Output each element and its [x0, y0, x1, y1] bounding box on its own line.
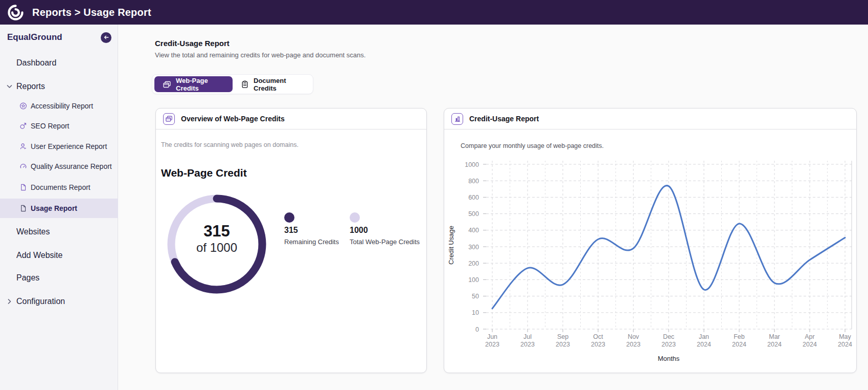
x-tick-label-year: 2024 — [838, 341, 852, 348]
credit-usage-line-chart: 010501002003004005006008001000Jun2023Jul… — [444, 129, 857, 374]
app-logo-icon — [7, 4, 24, 21]
x-tick-label-year: 2023 — [520, 341, 535, 348]
credits-donut-chart: 315 of 1000 — [166, 193, 268, 295]
credits-tab-group: Web-Page Credits Document Credits — [152, 74, 313, 94]
clipboard-icon — [241, 80, 249, 89]
legend-remaining-credits: 315 Remaining Credits — [284, 212, 339, 246]
y-tick-label: 1000 — [465, 161, 479, 168]
y-tick-label: 100 — [468, 276, 479, 284]
brand-name: EqualGround — [7, 32, 62, 42]
app-window: Reports > Usage Report EqualGround Dashb… — [0, 0, 868, 390]
overview-card-title: Overview of Web-Page Credits — [181, 115, 285, 123]
y-tick-label: 800 — [468, 178, 479, 185]
topbar: Reports > Usage Report — [0, 0, 868, 25]
usage-report-icon — [19, 205, 27, 212]
y-tick-label: 10 — [472, 309, 479, 316]
x-tick-label-year: 2024 — [767, 341, 782, 348]
user-icon — [19, 143, 27, 150]
sidebar-collapse-button[interactable] — [101, 32, 111, 43]
x-tick-label-year: 2024 — [697, 341, 711, 348]
content-subtitle: View the total and remaining credits for… — [155, 51, 366, 59]
y-tick-label: 300 — [468, 244, 479, 251]
x-tick-label-month: May — [839, 333, 851, 340]
x-tick-label-month: Jul — [523, 333, 532, 340]
x-tick-label-year: 2023 — [485, 341, 499, 348]
y-tick-label: 400 — [468, 227, 479, 234]
usage-card: Credit-Usage Report Compare your monthly… — [444, 108, 857, 373]
seo-trend-icon — [19, 122, 27, 130]
web-page-icon — [163, 80, 171, 89]
x-tick-label-year: 2023 — [661, 341, 676, 348]
sidebar-item-pages[interactable]: Pages — [0, 271, 118, 285]
usage-card-title: Credit-Usage Report — [469, 115, 539, 123]
x-tick-label-month: Nov — [628, 333, 639, 340]
usage-card-header: Credit-Usage Report — [444, 109, 856, 129]
chevron-right-icon — [6, 298, 13, 305]
y-tick-label: 200 — [468, 260, 479, 267]
sidebar-item-seo-report[interactable]: SEO Report — [0, 119, 118, 133]
y-axis-title: Credit Usage — [447, 226, 455, 265]
x-tick-label-month: Feb — [734, 333, 745, 340]
sidebar-item-dashboard[interactable]: Dashboard — [0, 56, 118, 70]
x-tick-label-month: Jun — [487, 333, 497, 340]
sidebar-item-quality-assurance-report[interactable]: Quality Assurance Report — [0, 159, 118, 174]
legend-dot-light — [350, 212, 360, 223]
sidebar-item-configuration[interactable]: Configuration — [0, 294, 118, 309]
web-page-card-icon — [163, 113, 175, 125]
y-tick-label: 50 — [472, 293, 479, 300]
x-tick-label-month: Dec — [663, 333, 674, 340]
x-tick-label-year: 2023 — [591, 341, 605, 348]
sidebar-item-reports[interactable]: Reports — [0, 79, 118, 94]
legend-total-credits: 1000 Total Web-Page Credits — [350, 212, 420, 246]
x-tick-label-year: 2023 — [626, 341, 641, 348]
tab-web-page-credits[interactable]: Web-Page Credits — [154, 76, 233, 92]
chevron-down-icon — [6, 83, 13, 90]
sidebar-item-accessibility-report[interactable]: Accessibility Report — [0, 99, 118, 113]
x-tick-label-month: Oct — [593, 333, 603, 340]
x-tick-label-year: 2023 — [556, 341, 570, 348]
x-tick-label-month: Mar — [769, 333, 780, 340]
x-tick-label-year: 2024 — [803, 341, 817, 348]
overview-heading: Web-Page Credit — [161, 167, 247, 179]
arrow-left-icon — [103, 34, 109, 40]
y-tick-label: 500 — [468, 210, 479, 218]
gauge-icon — [19, 163, 27, 170]
x-tick-label-month: Jan — [699, 333, 709, 340]
y-tick-label: 600 — [468, 194, 479, 201]
x-tick-label-month: Apr — [805, 333, 814, 340]
sidebar-item-user-experience-report[interactable]: User Experience Report — [0, 139, 118, 154]
sidebar-item-add-website[interactable]: Add Website — [0, 248, 118, 263]
page-title: Reports > Usage Report — [32, 7, 151, 18]
donut-center-text: 315 of 1000 — [166, 223, 268, 255]
y-tick-label: 0 — [475, 326, 479, 333]
overview-description: The credits for scanning web pages on do… — [161, 141, 299, 148]
sidebar: EqualGround Dashboard Reports Access — [0, 25, 118, 390]
tab-document-credits[interactable]: Document Credits — [233, 76, 311, 92]
overview-card: Overview of Web-Page Credits The credits… — [155, 108, 427, 373]
accessibility-star-icon — [19, 102, 27, 110]
donut-total-value: of 1000 — [166, 240, 268, 255]
sidebar-brand-row: EqualGround — [7, 29, 111, 46]
sidebar-item-documents-report[interactable]: Documents Report — [0, 180, 118, 194]
x-tick-label-month: Sep — [557, 333, 568, 340]
legend-dot-dark — [284, 212, 294, 223]
donut-remaining-value: 315 — [166, 223, 268, 240]
content-title: Credit-Usage Report — [155, 39, 230, 48]
overview-card-header: Overview of Web-Page Credits — [156, 109, 426, 129]
x-tick-label-year: 2024 — [732, 341, 746, 348]
sidebar-item-websites[interactable]: Websites — [0, 225, 118, 239]
document-icon — [19, 184, 27, 191]
x-axis-title: Months — [658, 355, 680, 362]
sidebar-item-usage-report[interactable]: Usage Report — [0, 199, 118, 218]
bar-chart-icon — [451, 113, 463, 125]
